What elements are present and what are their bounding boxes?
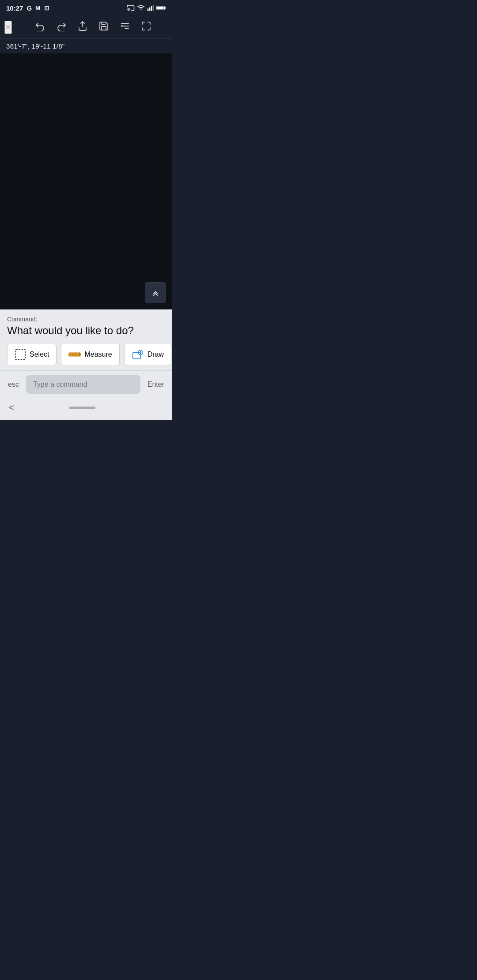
status-icons xyxy=(127,4,166,12)
cast-icon xyxy=(127,4,135,12)
upload-button[interactable] xyxy=(74,19,91,35)
measure-label: Measure xyxy=(84,351,112,358)
draw-tool-button[interactable]: Draw xyxy=(124,343,171,366)
svg-rect-3 xyxy=(151,6,152,11)
save-icon xyxy=(98,21,109,31)
select-tool-button[interactable]: Select xyxy=(7,343,57,366)
drawing-canvas[interactable] xyxy=(0,53,172,309)
command-input[interactable] xyxy=(26,375,140,394)
fullscreen-icon xyxy=(141,21,151,31)
gmail-icon: M xyxy=(35,4,41,11)
close-button[interactable]: × xyxy=(4,21,12,34)
esc-button[interactable]: esc xyxy=(5,377,22,392)
command-label: Command: xyxy=(7,316,165,323)
command-input-row: esc Enter xyxy=(0,370,172,398)
toolbar-actions xyxy=(19,19,168,35)
options-icon xyxy=(120,21,130,31)
time-display: 10:27 xyxy=(6,4,23,12)
upload-icon xyxy=(77,21,88,31)
home-indicator[interactable] xyxy=(69,407,95,409)
select-label: Select xyxy=(30,351,49,358)
chevron-up-icon xyxy=(151,288,160,297)
coordinates-display: 361'-7", 19'-11 1/8" xyxy=(0,39,172,53)
svg-rect-1 xyxy=(148,8,149,11)
status-time: 10:27 G M ⊡ xyxy=(6,4,49,12)
undo-icon xyxy=(35,21,45,31)
undo-button[interactable] xyxy=(31,19,49,35)
battery-icon xyxy=(156,4,166,11)
draw-icon xyxy=(132,349,144,360)
fullscreen-button[interactable] xyxy=(137,19,155,35)
cad-canvas[interactable] xyxy=(0,53,172,309)
tool-buttons: Select Measure Draw xyxy=(7,343,165,366)
toolbar: × xyxy=(0,16,172,39)
redo-button[interactable] xyxy=(53,19,70,35)
svg-rect-4 xyxy=(153,5,154,11)
svg-point-24 xyxy=(140,352,141,353)
svg-rect-20 xyxy=(132,353,140,359)
measure-icon xyxy=(68,349,81,360)
svg-point-10 xyxy=(121,25,123,27)
draw-label: Draw xyxy=(148,351,164,358)
svg-rect-2 xyxy=(149,8,151,11)
bottom-nav: < xyxy=(0,398,172,420)
measure-tool-button[interactable]: Measure xyxy=(61,343,119,366)
redo-icon xyxy=(56,21,67,31)
signal-icon xyxy=(147,4,154,11)
command-question: What would you like to do? xyxy=(7,324,165,337)
options-button[interactable] xyxy=(116,19,134,35)
command-panel: Command: What would you like to do? Sele… xyxy=(0,309,172,370)
svg-rect-13 xyxy=(15,350,26,360)
expand-panel-button[interactable] xyxy=(145,282,166,303)
svg-rect-6 xyxy=(165,7,166,9)
save-button[interactable] xyxy=(95,19,113,35)
svg-rect-14 xyxy=(69,353,80,356)
google-icon: G xyxy=(26,4,32,12)
svg-rect-7 xyxy=(157,7,164,10)
back-button[interactable]: < xyxy=(9,403,14,413)
app-icon: ⊡ xyxy=(44,4,49,11)
select-icon xyxy=(15,349,26,360)
status-bar: 10:27 G M ⊡ xyxy=(0,0,172,16)
wifi-icon xyxy=(137,4,145,12)
enter-button[interactable]: Enter xyxy=(145,377,167,392)
